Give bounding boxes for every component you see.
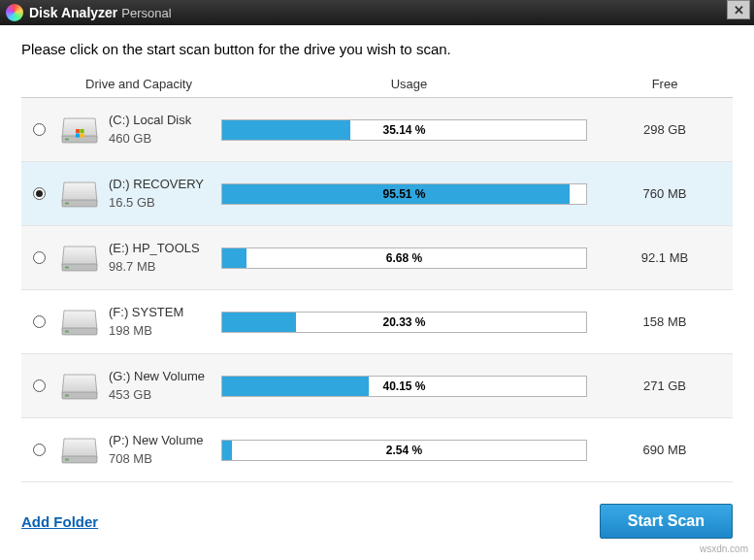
usage-cell: 20.33 %	[221, 312, 597, 333]
usage-label: 20.33 %	[222, 313, 586, 332]
titlebar: Disk Analyzer Personal ✕	[0, 0, 754, 25]
svg-rect-3	[81, 129, 84, 133]
hdd-icon	[60, 435, 99, 466]
drive-row[interactable]: (E:) HP_TOOLS 98.7 MB 6.68 % 92.1 MB	[21, 226, 733, 290]
radio-button[interactable]	[33, 123, 46, 136]
usage-bar: 95.51 %	[221, 183, 587, 205]
usage-label: 95.51 %	[222, 184, 586, 204]
drive-name: (P:) New Volume	[109, 432, 204, 449]
start-scan-button[interactable]: Start Scan	[600, 504, 733, 539]
app-title: Disk Analyzer	[29, 5, 117, 20]
usage-label: 6.68 %	[222, 248, 586, 268]
svg-rect-7	[65, 202, 69, 204]
hdd-icon	[60, 307, 99, 338]
drive-cell: (E:) HP_TOOLS 98.7 MB	[56, 240, 221, 275]
drive-capacity: 198 MB	[109, 322, 183, 340]
radio-cell[interactable]	[21, 251, 56, 264]
drive-row[interactable]: (P:) New Volume 708 MB 2.54 % 690 MB	[21, 418, 733, 482]
header-drive: Drive and Capacity	[56, 77, 221, 91]
radio-button[interactable]	[33, 187, 46, 200]
usage-cell: 2.54 %	[221, 440, 597, 461]
app-edition: Personal	[121, 6, 171, 20]
drive-name: (G:) New Volume	[109, 368, 205, 385]
radio-cell[interactable]	[21, 187, 56, 200]
radio-button[interactable]	[33, 315, 46, 328]
usage-bar: 40.15 %	[221, 376, 587, 397]
drive-row[interactable]: (G:) New Volume 453 GB 40.15 % 271 GB	[21, 354, 733, 418]
svg-rect-5	[81, 133, 84, 137]
table-header: Drive and Capacity Usage Free	[21, 71, 733, 98]
svg-rect-4	[76, 133, 80, 137]
drive-name: (F:) SYSTEM	[109, 304, 183, 321]
radio-cell[interactable]	[21, 315, 56, 328]
free-cell: 271 GB	[597, 379, 733, 393]
drive-cell: (D:) RECOVERY 16.5 GB	[56, 176, 221, 211]
drive-name: (E:) HP_TOOLS	[109, 240, 200, 257]
usage-cell: 40.15 %	[221, 376, 597, 397]
usage-cell: 6.68 %	[221, 247, 597, 269]
radio-cell[interactable]	[21, 123, 56, 136]
usage-bar: 20.33 %	[221, 312, 587, 333]
drive-cell: (C:) Local Disk 460 GB	[56, 112, 221, 147]
free-cell: 298 GB	[597, 122, 733, 137]
radio-button[interactable]	[33, 251, 46, 264]
add-folder-link[interactable]: Add Folder	[21, 513, 98, 530]
free-cell: 92.1 MB	[597, 250, 733, 265]
drive-row[interactable]: (D:) RECOVERY 16.5 GB 95.51 % 760 MB	[21, 162, 733, 226]
footer: Add Folder Start Scan	[0, 494, 754, 552]
watermark: wsxdn.com	[700, 544, 748, 552]
svg-rect-13	[65, 394, 69, 396]
usage-bar: 35.14 %	[221, 119, 587, 141]
close-button[interactable]: ✕	[727, 0, 750, 19]
usage-label: 2.54 %	[222, 441, 586, 460]
drive-row[interactable]: (C:) Local Disk 460 GB 35.14 % 298 GB	[21, 98, 733, 162]
free-cell: 690 MB	[597, 443, 733, 457]
radio-cell[interactable]	[21, 379, 56, 392]
hdd-icon	[60, 115, 99, 146]
usage-label: 40.15 %	[222, 377, 586, 396]
drive-list: (C:) Local Disk 460 GB 35.14 % 298 GB (D…	[21, 98, 733, 482]
drive-cell: (P:) New Volume 708 MB	[56, 432, 221, 467]
hdd-icon	[60, 243, 99, 274]
drive-capacity: 16.5 GB	[109, 194, 204, 212]
drive-name: (D:) RECOVERY	[109, 176, 204, 193]
usage-label: 35.14 %	[222, 120, 586, 140]
svg-rect-2	[76, 129, 80, 133]
drive-capacity: 708 MB	[109, 450, 204, 468]
usage-bar: 6.68 %	[221, 247, 587, 269]
hdd-icon	[60, 371, 99, 402]
drive-cell: (G:) New Volume 453 GB	[56, 368, 221, 403]
radio-button[interactable]	[33, 444, 46, 456]
drive-cell: (F:) SYSTEM 198 MB	[56, 304, 221, 339]
free-cell: 760 MB	[597, 186, 733, 201]
header-usage: Usage	[221, 77, 597, 91]
drive-capacity: 453 GB	[109, 386, 205, 404]
radio-button[interactable]	[33, 379, 46, 392]
drive-row[interactable]: (F:) SYSTEM 198 MB 20.33 % 158 MB	[21, 290, 733, 354]
instruction-text: Please click on the start scan button fo…	[21, 41, 733, 57]
usage-cell: 95.51 %	[221, 183, 597, 205]
hdd-icon	[60, 179, 99, 210]
drive-capacity: 460 GB	[109, 130, 191, 148]
free-cell: 158 MB	[597, 314, 733, 329]
usage-cell: 35.14 %	[221, 119, 597, 141]
usage-bar: 2.54 %	[221, 440, 587, 461]
app-icon	[6, 4, 23, 21]
radio-cell[interactable]	[21, 444, 56, 456]
drive-name: (C:) Local Disk	[109, 112, 191, 129]
drive-capacity: 98.7 MB	[109, 258, 200, 276]
svg-rect-1	[65, 138, 69, 140]
svg-rect-9	[65, 266, 69, 268]
svg-rect-15	[65, 458, 69, 460]
header-free: Free	[597, 77, 733, 91]
svg-rect-11	[65, 330, 69, 332]
